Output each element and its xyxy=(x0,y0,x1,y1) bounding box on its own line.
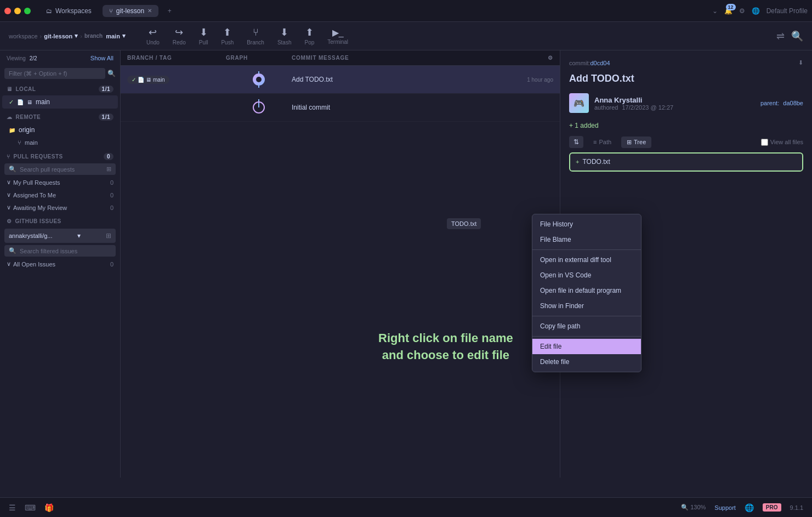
repo-dropdown-icon[interactable]: ▾ xyxy=(75,32,78,39)
menu-file-blame[interactable]: File Blame xyxy=(532,232,641,247)
path-view-button[interactable]: ≡ Path xyxy=(588,137,617,147)
globe-icon[interactable]: 🌐 xyxy=(752,7,760,15)
center-panel: BRANCH / TAG GRAPH COMMIT MESSAGE ⚙ ✓ 📄 … xyxy=(121,50,560,478)
support-link[interactable]: Support xyxy=(714,504,736,511)
menu-file-history[interactable]: File History xyxy=(532,217,641,232)
file-row-todo[interactable]: + TODO.txt xyxy=(570,154,802,171)
status-list-icon[interactable]: ☰ xyxy=(9,503,16,512)
terminal-button[interactable]: ▶_ Terminal xyxy=(322,25,354,47)
maximize-button[interactable] xyxy=(24,8,31,14)
branch-icon-main: 📄 xyxy=(17,99,24,105)
menu-delete-file[interactable]: Delete file xyxy=(532,354,641,370)
redo-button[interactable]: ↪ Redo xyxy=(167,24,191,48)
sidebar-item-main[interactable]: ✓ 📄 🖥 main xyxy=(2,95,118,109)
github-issues-section-header[interactable]: ⚙ GITHUB ISSUES xyxy=(0,214,120,226)
tree-view-button[interactable]: ⊞ Tree xyxy=(621,137,651,148)
local-count: 1/1 xyxy=(99,86,113,93)
remote-folder-icon: 📁 xyxy=(9,127,15,133)
chevron-down-icon[interactable]: ⌄ xyxy=(712,7,718,15)
main-layout: Viewing 2/2 Show All 🔍 🖥 LOCAL 1/1 ✓ 📄 🖥… xyxy=(0,50,812,478)
sidebar-header: Viewing 2/2 Show All xyxy=(0,50,120,66)
commit-prefix: commit: xyxy=(569,60,590,66)
menu-copy-path[interactable]: Copy file path xyxy=(532,319,641,334)
filter-input[interactable] xyxy=(4,68,105,79)
pull-button[interactable]: ⬇ Pull xyxy=(194,24,214,48)
close-button[interactable] xyxy=(4,8,11,14)
my-pr-count: 0 xyxy=(110,179,113,186)
branch-dropdown-icon[interactable]: ▾ xyxy=(122,32,126,39)
show-all-button[interactable]: Show All xyxy=(90,55,113,61)
sidebar-item-origin[interactable]: 📁 origin xyxy=(2,123,118,137)
pr-filter-icon[interactable]: ⊞ xyxy=(106,166,111,173)
menu-open-default[interactable]: Open file in default program xyxy=(532,283,641,298)
sidebar-item-awaiting-my-review[interactable]: ∨ Awaiting My Review 0 xyxy=(0,201,120,214)
graph-header: BRANCH / TAG GRAPH COMMIT MESSAGE ⚙ xyxy=(121,50,560,66)
undo-button[interactable]: ↩ Undo xyxy=(141,24,165,48)
menu-edit-file[interactable]: Edit file xyxy=(532,339,641,354)
menu-open-external-diff[interactable]: Open in external diff tool xyxy=(532,252,641,268)
chevron-down-icon: ∨ xyxy=(7,191,11,198)
stash-button[interactable]: ⬇ Stash xyxy=(272,24,297,48)
file-view-controls: ⇅ ≡ Path ⊞ Tree View all files xyxy=(569,136,803,148)
file-list: + TODO.txt xyxy=(569,152,803,172)
pr-search-icon: 🔍 xyxy=(9,166,16,173)
zoom-level: 🔍 130% xyxy=(681,504,706,511)
view-all-files-check[interactable]: View all files xyxy=(761,139,803,146)
commit-msg-0: Add TODO.txt xyxy=(292,76,527,83)
commit-graph-cell-1 xyxy=(226,99,292,116)
tree-icon: ⊞ xyxy=(627,139,632,146)
commit-row-1[interactable]: Initial commit xyxy=(121,94,560,122)
view-all-checkbox[interactable] xyxy=(761,139,768,146)
local-section-header[interactable]: 🖥 LOCAL 1/1 xyxy=(0,81,120,95)
status-keyboard-icon[interactable]: ⌨ xyxy=(25,503,36,512)
network-icon[interactable]: ⇌ xyxy=(776,30,785,42)
push-button[interactable]: ⬆ Push xyxy=(215,24,239,48)
download-icon[interactable]: ⬇ xyxy=(798,59,803,66)
menu-open-vscode[interactable]: Open in VS Code xyxy=(532,268,641,283)
issues-search-icon: 🔍 xyxy=(9,247,16,254)
issues-filter-icon[interactable]: ⊞ xyxy=(106,232,111,240)
notification-button[interactable]: 🔔 12 xyxy=(724,7,732,15)
tab-git-lesson[interactable]: ⑂ git-lesson ✕ xyxy=(103,5,158,17)
branch-button[interactable]: ⑂ Branch xyxy=(241,25,270,48)
redo-icon: ↪ xyxy=(175,26,183,38)
breadcrumb-repo: git-lesson ▾ xyxy=(44,32,78,39)
filter-bar: 🔍 xyxy=(0,66,120,81)
search-icon[interactable]: 🔍 xyxy=(791,30,803,42)
terminal-icon: ▶_ xyxy=(332,27,344,38)
profile-label: Default Profile xyxy=(766,7,808,15)
status-globe-icon[interactable]: 🌐 xyxy=(745,503,754,512)
commit-row-0[interactable]: ✓ 📄 🖥 main Add TODO.txt 1 hour ago xyxy=(121,66,560,94)
settings-icon[interactable]: ⚙ xyxy=(739,7,745,15)
branch-name-main: main xyxy=(36,98,111,106)
github-icon: ⚙ xyxy=(7,218,12,224)
issues-repo-selector[interactable]: annakrystalli/g... ▾ ⊞ xyxy=(4,229,116,243)
sidebar-item-my-pull-requests[interactable]: ∨ My Pull Requests 0 xyxy=(0,176,120,189)
issues-search-bar[interactable]: 🔍 Search filtered issues xyxy=(4,245,116,257)
branch-pill-monitor: 🖥 xyxy=(146,77,151,83)
graph-settings-icon[interactable]: ⚙ xyxy=(548,55,553,61)
sort-button[interactable]: ⇅ xyxy=(569,136,583,148)
branch-pill-icon: 📄 xyxy=(138,77,144,83)
tab-workspaces[interactable]: 🗂 Workspaces xyxy=(39,5,98,17)
tab-close-icon[interactable]: ✕ xyxy=(147,8,152,14)
add-tab-button[interactable]: + xyxy=(163,4,176,18)
sidebar-item-all-open-issues[interactable]: ∨ All Open Issues 0 xyxy=(0,258,120,270)
commit-msg-1: Initial commit xyxy=(292,104,553,111)
remote-section-header[interactable]: ☁ REMOTE 1/1 xyxy=(0,109,120,123)
status-gift-icon[interactable]: 🎁 xyxy=(44,503,54,512)
sidebar-item-assigned-to-me[interactable]: ∨ Assigned To Me 0 xyxy=(0,189,120,201)
sidebar-item-origin-main[interactable]: ⑂ main xyxy=(2,137,118,148)
pull-requests-section-header[interactable]: ⑂ PULL REQUESTS 0 xyxy=(0,149,120,162)
author-info: Anna Krystalli authored 17/2/2023 @ 12:2… xyxy=(594,96,673,111)
minimize-button[interactable] xyxy=(14,8,21,14)
pop-button[interactable]: ⬆ Pop xyxy=(299,24,320,48)
file-added-icon: + xyxy=(576,158,579,165)
pro-badge: PRO xyxy=(763,503,781,512)
pr-search-bar[interactable]: 🔍 Search pull requests ⊞ xyxy=(4,163,116,175)
issues-chevron-icon: ▾ xyxy=(77,232,81,240)
menu-show-finder[interactable]: Show in Finder xyxy=(532,298,641,314)
cloud-icon: ☁ xyxy=(7,114,13,120)
col-graph: GRAPH xyxy=(226,55,292,61)
undo-icon: ↩ xyxy=(149,26,157,38)
